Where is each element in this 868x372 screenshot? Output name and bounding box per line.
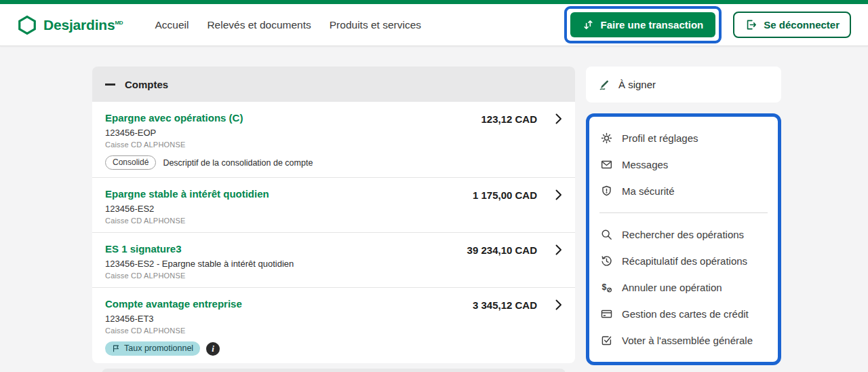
account-institution: Caisse CD ALPHONSE: [105, 141, 481, 149]
account-badges: Taux promotionnel i: [105, 341, 473, 356]
accounts-panel: Comptes Epargne avec opérations (C) 1234…: [92, 67, 575, 372]
flag-icon: [112, 344, 120, 352]
faire-une-transaction-button[interactable]: Faire une transaction: [570, 12, 716, 37]
menu-item-label: Profil et réglages: [622, 132, 698, 144]
consolidated-badge: Consolidé: [105, 155, 156, 170]
account-balance: 1 175,00 CAD: [473, 189, 537, 201]
consolidation-description: Descriptif de la consolidation de compte: [163, 158, 313, 168]
menu-item-profil-et-reglages[interactable]: Profil et réglages: [589, 125, 778, 151]
next-collapsed-section-header[interactable]: [102, 369, 566, 372]
account-name-link[interactable]: Epargne avec opérations (C): [105, 112, 481, 124]
menu-item-label: Messages: [622, 159, 668, 170]
history-icon: [599, 255, 613, 267]
info-icon[interactable]: i: [206, 342, 220, 356]
desjardins-accueil-page: DesjardinsMD Accueil Relevés et document…: [0, 0, 868, 372]
account-details: Epargne avec opérations (C) 123456-EOP C…: [105, 112, 481, 170]
promotional-rate-label: Taux promotionnel: [124, 343, 193, 353]
account-number: 123456-ET3: [105, 314, 473, 324]
account-row-epargne-avec-operations[interactable]: Epargne avec opérations (C) 123456-EOP C…: [92, 102, 575, 177]
account-balance-area: 123,12 CAD: [481, 112, 562, 170]
menu-item-label: Voter à l'assemblée générale: [622, 335, 753, 346]
account-balance: 123,12 CAD: [481, 113, 537, 125]
header-actions: Faire une transaction Se déconnecter: [564, 6, 851, 43]
account-institution: Caisse CD ALPHONSE: [105, 217, 473, 225]
menu-item-recapitulatif-des-operations[interactable]: Récapitulatif des opérations: [589, 248, 778, 274]
account-row-compte-avantage-entreprise[interactable]: Compte avantage entreprise 123456-ET3 Ca…: [92, 287, 575, 363]
account-details: Epargne stable à intérêt quotidien 12345…: [105, 188, 473, 225]
logout-icon: [745, 18, 757, 31]
account-badges: Consolidé Descriptif de la consolidation…: [105, 155, 481, 170]
nav-item-accueil[interactable]: Accueil: [155, 4, 189, 46]
account-name-link[interactable]: Epargne stable à intérêt quotidien: [105, 188, 473, 200]
account-institution: Caisse CD ALPHONSE: [105, 272, 467, 280]
account-number: 123456-ES2 - Epargne stable à intérêt qu…: [105, 259, 467, 269]
chevron-right-icon: [555, 189, 562, 200]
signature-pen-icon: [599, 79, 611, 91]
menu-item-messages[interactable]: Messages: [589, 151, 778, 178]
account-name-link[interactable]: Compte avantage entreprise: [105, 298, 473, 310]
menu-item-label: Rechercher des opérations: [622, 229, 744, 240]
menu-item-label: Annuler une opération: [622, 282, 722, 293]
menu-item-annuler-une-operation[interactable]: $ Annuler une opération: [589, 274, 778, 301]
nav-item-produits-services[interactable]: Produits et services: [330, 4, 421, 46]
menu-item-label: Gestion des cartes de crédit: [622, 308, 749, 320]
gear-icon: [599, 132, 613, 145]
transfer-arrows-icon: [583, 19, 594, 31]
se-deconnecter-button[interactable]: Se déconnecter: [733, 12, 851, 38]
hexagon-logo-icon: [17, 15, 37, 35]
nav-item-releves-documents[interactable]: Relevés et documents: [207, 4, 311, 46]
menu-divider: [599, 212, 768, 213]
search-icon: [599, 228, 613, 241]
a-signer-card[interactable]: À signer: [586, 67, 781, 103]
account-row-epargne-stable[interactable]: Epargne stable à intérêt quotidien 12345…: [92, 177, 575, 232]
desjardins-logo[interactable]: DesjardinsMD: [17, 15, 123, 35]
chevron-right-icon: [555, 244, 562, 255]
logout-button-label: Se déconnecter: [764, 19, 840, 31]
account-institution: Caisse CD ALPHONSE: [105, 327, 473, 335]
brand-name: DesjardinsMD: [43, 17, 123, 33]
credit-card-icon: [599, 308, 613, 320]
accounts-list: Epargne avec opérations (C) 123456-EOP C…: [92, 102, 575, 363]
account-balance-area: 39 234,10 CAD: [467, 243, 562, 280]
cancel-operation-icon: $: [599, 281, 613, 294]
account-name-link[interactable]: ES 1 signature3: [105, 243, 467, 255]
account-number: 123456-ES2: [105, 204, 473, 214]
account-balance-area: 1 175,00 CAD: [473, 188, 562, 225]
menu-item-ma-securite[interactable]: Ma sécurité: [589, 178, 778, 204]
mail-icon: [599, 158, 613, 171]
main-header: DesjardinsMD Accueil Relevés et document…: [0, 4, 868, 46]
promotional-rate-badge: Taux promotionnel: [105, 341, 200, 356]
page-content: Comptes Epargne avec opérations (C) 1234…: [0, 46, 868, 372]
menu-item-label: Récapitulatif des opérations: [622, 255, 747, 267]
account-row-es1-signature3[interactable]: ES 1 signature3 123456-ES2 - Epargne sta…: [92, 232, 575, 287]
accounts-section-header[interactable]: Comptes: [92, 67, 575, 102]
collapse-section-icon[interactable]: [105, 83, 115, 86]
vote-checkbox-icon: [599, 334, 613, 347]
svg-text:$: $: [601, 282, 606, 292]
chevron-right-icon: [555, 299, 562, 310]
account-balance: 39 234,10 CAD: [467, 244, 537, 256]
menu-item-rechercher-des-operations[interactable]: Rechercher des opérations: [589, 221, 778, 248]
main-nav: Accueil Relevés et documents Produits et…: [155, 4, 421, 46]
account-balance-area: 3 345,12 CAD: [473, 298, 562, 356]
menu-item-voter-assemblee-generale[interactable]: Voter à l'assemblée générale: [589, 327, 778, 354]
a-signer-label: À signer: [618, 79, 656, 90]
menu-item-gestion-des-cartes-de-credit[interactable]: Gestion des cartes de crédit: [589, 301, 778, 327]
chevron-right-icon: [555, 113, 562, 124]
quick-links-panel-highlighted: Profil et réglages Messages: [586, 113, 781, 365]
transaction-button-highlight-box: Faire une transaction: [564, 6, 722, 43]
account-balance: 3 345,12 CAD: [473, 299, 537, 311]
account-details: Compte avantage entreprise 123456-ET3 Ca…: [105, 298, 473, 356]
account-details: ES 1 signature3 123456-ES2 - Epargne sta…: [105, 243, 467, 280]
accounts-section-title: Comptes: [125, 79, 168, 90]
menu-item-label: Ma sécurité: [622, 185, 675, 197]
shield-icon: [599, 185, 613, 198]
trademark-sup: MD: [115, 20, 123, 26]
account-number: 123456-EOP: [105, 128, 481, 138]
sidebar: À signer Profil et réglages: [586, 67, 781, 365]
transaction-button-label: Faire une transaction: [601, 19, 704, 31]
